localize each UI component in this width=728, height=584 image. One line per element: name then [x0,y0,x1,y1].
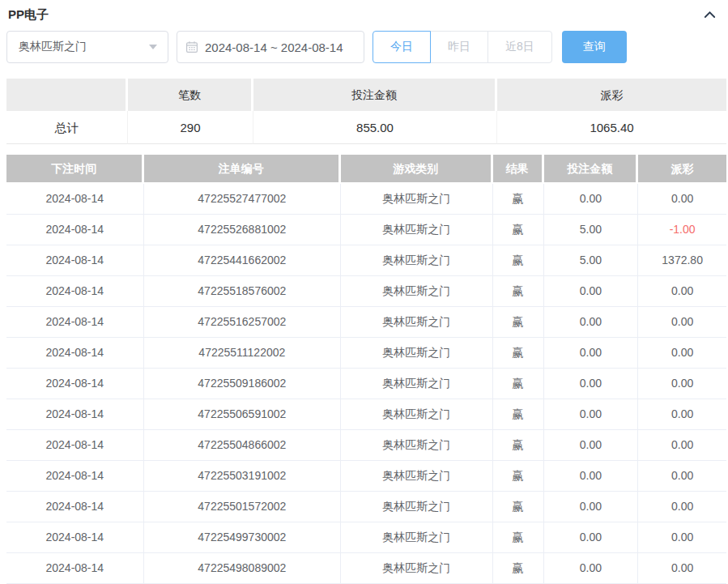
cell-bet-amount: 0.00 [544,338,639,368]
cell-bet-id: 47225527477002 [144,184,341,214]
today-button[interactable]: 今日 [373,31,431,63]
table-row: 2024-08-1447225499730002奥林匹斯之门赢0.000.00 [6,522,726,553]
cell-bet-time: 2024-08-14 [6,307,144,337]
cell-game-type: 奥林匹斯之门 [341,553,493,583]
cell-bet-time: 2024-08-14 [6,553,144,583]
cell-game-type: 奥林匹斯之门 [341,430,493,460]
cell-payout: 1372.80 [638,245,726,275]
cell-result: 赢 [493,245,544,275]
cell-bet-time: 2024-08-14 [6,492,144,522]
cell-result: 赢 [493,369,544,399]
cell-game-type: 奥林匹斯之门 [341,338,493,368]
cell-game-type: 奥林匹斯之门 [341,245,493,275]
table-row: 2024-08-1447225516257002奥林匹斯之门赢0.000.00 [6,307,726,338]
summary-table: 笔数 投注金额 派彩 总计 290 855.00 1065.40 [6,79,726,144]
collapse-panel-button[interactable] [703,8,717,22]
cell-bet-amount: 0.00 [544,492,639,522]
cell-bet-id: 47225516257002 [144,307,341,337]
bets-table-body: 2024-08-1447225527477002奥林匹斯之门赢0.000.002… [6,184,726,584]
cell-result: 赢 [493,461,544,491]
cell-payout: 0.00 [638,430,726,460]
table-row: 2024-08-1447225501572002奥林匹斯之门赢0.000.00 [6,492,726,522]
cell-bet-id: 47225501572002 [144,492,341,522]
column-header-payout: 派彩 [638,155,726,182]
cell-payout: 0.00 [638,276,726,306]
cell-bet-time: 2024-08-14 [6,245,144,275]
cell-payout: 0.00 [638,338,726,368]
cell-result: 赢 [493,307,544,337]
cell-game-type: 奥林匹斯之门 [341,184,493,214]
cell-bet-amount: 0.00 [544,553,639,583]
cell-result: 赢 [493,276,544,306]
cell-bet-amount: 0.00 [544,276,639,306]
cell-bet-amount: 0.00 [544,369,639,399]
cell-bet-id: 47225441662002 [144,245,341,275]
cell-payout: 0.00 [638,461,726,491]
calendar-icon [185,40,198,53]
cell-bet-id: 47225498089002 [144,553,341,583]
cell-bet-id: 47225504866002 [144,430,341,460]
cell-bet-amount: 5.00 [544,245,639,275]
summary-total-row: 总计 290 855.00 1065.40 [6,111,726,144]
cell-result: 赢 [493,553,544,583]
summary-header-count: 笔数 [128,79,253,111]
table-row: 2024-08-1447225518576002奥林匹斯之门赢0.000.00 [6,276,726,307]
summary-header-payout: 派彩 [497,79,726,111]
cell-game-type: 奥林匹斯之门 [341,461,493,491]
cell-bet-id: 47225499730002 [144,522,341,552]
cell-game-type: 奥林匹斯之门 [341,215,493,245]
column-header-bet-amount: 投注金额 [544,155,639,182]
cell-bet-amount: 0.00 [544,307,639,337]
game-select-value: 奥林匹斯之门 [19,40,87,54]
cell-result: 赢 [493,430,544,460]
cell-game-type: 奥林匹斯之门 [341,369,493,399]
summary-total-bet-amount: 855.00 [253,111,497,144]
cell-result: 赢 [493,215,544,245]
column-header-bet-id: 注单编号 [144,155,341,182]
summary-total-label: 总计 [6,111,128,144]
page-title: PP电子 [8,7,49,23]
cell-result: 赢 [493,522,544,552]
table-row: 2024-08-1447225526881002奥林匹斯之门赢5.00-1.00 [6,215,726,245]
table-row: 2024-08-1447225527477002奥林匹斯之门赢0.000.00 [6,184,726,215]
cell-payout: 0.00 [638,553,726,583]
game-select[interactable]: 奥林匹斯之门 [6,31,168,63]
cell-payout: 0.00 [638,492,726,522]
cell-bet-time: 2024-08-14 [6,215,144,245]
cell-bet-time: 2024-08-14 [6,461,144,491]
last-8-days-button[interactable]: 近8日 [487,31,552,63]
cell-bet-id: 47225526881002 [144,215,341,245]
cell-result: 赢 [493,399,544,429]
table-row: 2024-08-1447225498089002奥林匹斯之门赢0.000.00 [6,553,726,584]
query-button[interactable]: 查询 [562,31,627,63]
cell-payout: 0.00 [638,522,726,552]
cell-bet-time: 2024-08-14 [6,369,144,399]
cell-payout: -1.00 [638,215,726,245]
table-row: 2024-08-1447225441662002奥林匹斯之门赢5.001372.… [6,245,726,276]
cell-bet-id: 47225509186002 [144,369,341,399]
cell-game-type: 奥林匹斯之门 [341,399,493,429]
date-range-picker[interactable]: 2024-08-14 ~ 2024-08-14 [177,31,364,63]
cell-bet-id: 47225503191002 [144,461,341,491]
cell-bet-amount: 5.00 [544,215,639,245]
table-row: 2024-08-1447225511122002奥林匹斯之门赢0.000.00 [6,338,726,369]
cell-game-type: 奥林匹斯之门 [341,307,493,337]
cell-payout: 0.00 [638,307,726,337]
table-row: 2024-08-1447225509186002奥林匹斯之门赢0.000.00 [6,369,726,399]
cell-bet-amount: 0.00 [544,430,639,460]
cell-bet-time: 2024-08-14 [6,276,144,306]
cell-bet-id: 47225506591002 [144,399,341,429]
bets-table-header: 下注时间 注单编号 游戏类别 结果 投注金额 派彩 [6,155,726,182]
summary-total-payout: 1065.40 [497,111,726,144]
cell-game-type: 奥林匹斯之门 [341,492,493,522]
summary-header-empty [6,79,128,111]
cell-game-type: 奥林匹斯之门 [341,276,493,306]
yesterday-button[interactable]: 昨日 [430,31,488,63]
cell-result: 赢 [493,184,544,214]
column-header-result: 结果 [493,155,544,182]
summary-total-count: 290 [128,111,253,144]
cell-bet-time: 2024-08-14 [6,184,144,214]
cell-bet-time: 2024-08-14 [6,399,144,429]
filter-bar: 奥林匹斯之门 2024-08-14 ~ 2024-08-14 今日 昨日 近8日… [6,31,728,63]
cell-bet-amount: 0.00 [544,399,639,429]
